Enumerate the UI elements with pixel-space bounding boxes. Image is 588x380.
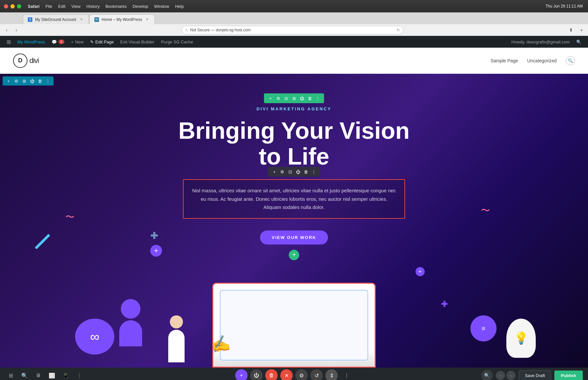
builder-tablet-icon[interactable]: ⬜: [46, 370, 57, 380]
decor-squiggle-right: 〜: [481, 204, 490, 217]
center-add-icon[interactable]: +: [235, 369, 248, 380]
close-button[interactable]: [4, 4, 8, 8]
decor-blue-line: [35, 234, 50, 249]
center-settings-icon[interactable]: ⚙: [295, 369, 308, 380]
row-layout-icon[interactable]: ⊟: [283, 95, 289, 102]
address-bar[interactable]: ⚠ Not Secure — donjetv.sg-host.com ↻: [181, 26, 403, 34]
center-trash-icon[interactable]: 🗑: [265, 369, 278, 380]
nav-sample-page[interactable]: Sample Page: [491, 58, 518, 63]
builder-search-icon[interactable]: 🔍: [19, 370, 30, 380]
howdy-label: Howdy, deezgrafix@gmail.com: [512, 40, 570, 44]
logo-text: divi: [29, 56, 39, 65]
menu-file[interactable]: File: [45, 4, 52, 9]
float-add-2[interactable]: +: [416, 267, 425, 276]
wp-logo-item[interactable]: ⊞: [3, 36, 14, 48]
new-item[interactable]: + New: [68, 36, 87, 48]
module-add-icon[interactable]: +: [271, 168, 278, 175]
center-close-icon[interactable]: ✕: [280, 369, 293, 380]
text-module[interactable]: + ⚙ ⊡ ⏻ 🗑 ⋮ Nisl massa, ultrices vitae o…: [183, 179, 405, 219]
section-settings-icon[interactable]: ⚙: [13, 78, 20, 84]
admin-search-item[interactable]: 🔍: [573, 36, 585, 48]
decor-bulb: 💡: [506, 319, 536, 358]
decor-chat-bubble: ∞: [75, 319, 114, 355]
new-icon: +: [71, 40, 74, 44]
menu-view[interactable]: View: [72, 4, 81, 9]
edit-page-item[interactable]: ✎ Edit Page: [87, 36, 117, 48]
builder-mobile-icon[interactable]: 📱: [60, 370, 71, 380]
menu-bookmarks[interactable]: Bookmarks: [106, 4, 127, 9]
minimize-button[interactable]: [10, 4, 15, 8]
save-draft-button[interactable]: Save Draft: [519, 370, 551, 380]
purge-label: Purge SG Cache: [161, 40, 193, 44]
menu-help[interactable]: Help: [175, 4, 184, 9]
module-toggle-icon[interactable]: ⏻: [295, 168, 301, 175]
builder-dots-icon[interactable]: ⋮: [74, 370, 85, 380]
row-toggle-icon[interactable]: ⏻: [299, 95, 305, 102]
tab-close-wordpress[interactable]: ✕: [145, 17, 150, 22]
section-toggle-icon[interactable]: ⏻: [29, 78, 35, 84]
traffic-lights[interactable]: [4, 4, 21, 8]
tab-label-siteground: My SiteGround Account: [35, 17, 76, 22]
row-more-icon[interactable]: ⋮: [314, 95, 321, 102]
lock-icon: ⚠: [185, 28, 188, 32]
tab-siteground[interactable]: S My SiteGround Account ✕: [23, 14, 89, 24]
share-icon[interactable]: ⬆: [567, 26, 575, 34]
menu-safari[interactable]: Safari: [28, 4, 40, 9]
site-name-item[interactable]: My WordPress: [14, 36, 48, 48]
builder-layers-icon[interactable]: ⊞: [5, 370, 16, 380]
exit-vb-label: Exit Visual Builder: [120, 40, 155, 44]
module-delete-icon[interactable]: 🗑: [302, 168, 309, 175]
section-add-icon[interactable]: +: [5, 78, 12, 84]
row-delete-icon[interactable]: 🗑: [306, 95, 313, 102]
menu-edit[interactable]: Edit: [58, 4, 65, 9]
module-more-icon[interactable]: ⋮: [310, 168, 317, 175]
logo-letter: D: [18, 57, 23, 64]
forward-button[interactable]: ›: [12, 26, 20, 34]
back-button[interactable]: ‹: [3, 26, 10, 34]
module-settings-icon[interactable]: ⚙: [279, 168, 286, 175]
section-more-icon[interactable]: ⋮: [44, 78, 51, 84]
row-cols-icon[interactable]: ⊞: [291, 95, 297, 102]
menu-develop[interactable]: Develop: [133, 4, 148, 9]
menu-history[interactable]: History: [86, 4, 99, 9]
builder-bar-left: ⊞ 🔍 🖥 ⬜ 📱 ⋮: [5, 370, 85, 380]
add-module-circle[interactable]: +: [289, 250, 299, 260]
right-search-btn[interactable]: 🔍: [482, 370, 493, 380]
tab-close-siteground[interactable]: ✕: [79, 17, 84, 22]
float-add-1[interactable]: +: [150, 245, 162, 257]
builder-desktop-icon[interactable]: 🖥: [33, 370, 44, 380]
row-add-icon[interactable]: +: [267, 95, 274, 102]
divi-logo[interactable]: D divi: [13, 54, 39, 68]
section-controls[interactable]: + ⚙ ⊞ ⏻ 🗑 ⋮: [3, 76, 54, 86]
nav-forward-arrow[interactable]: →: [506, 371, 515, 380]
nav-search-button[interactable]: 🔍: [566, 56, 575, 65]
monitor-pen-icon: ✍: [209, 333, 232, 355]
mac-menu-bar: Safari File Edit View History Bookmarks …: [28, 4, 184, 9]
tab-wordpress[interactable]: W Home – My WordPress ✕: [90, 14, 155, 24]
center-undo-icon[interactable]: ↺: [310, 369, 323, 380]
builder-bar-right: 🔍 ← → Save Draft Publish: [482, 370, 583, 380]
module-copy-icon[interactable]: ⊡: [287, 168, 293, 175]
cta-button[interactable]: VIEW OUR WORK: [260, 230, 328, 245]
row-settings-icon[interactable]: ⚙: [275, 95, 282, 102]
refresh-icon[interactable]: ↻: [397, 28, 400, 32]
nav-back-arrow[interactable]: ←: [496, 371, 505, 380]
decor-small-plus-right: ✚: [441, 300, 448, 309]
section-delete-icon[interactable]: 🗑: [37, 78, 43, 84]
url-text: Not Secure — donjetv.sg-host.com: [190, 28, 251, 32]
maximize-button[interactable]: [17, 4, 21, 8]
center-adjust-icon[interactable]: ⇕: [325, 369, 338, 380]
center-separator: |: [340, 369, 353, 380]
comments-item[interactable]: 💬 0: [48, 36, 68, 48]
publish-button[interactable]: Publish: [554, 371, 583, 380]
section-layout-icon[interactable]: ⊞: [21, 78, 27, 84]
nav-uncategorized[interactable]: Uncategorized: [527, 58, 557, 63]
menu-window[interactable]: Window: [154, 4, 169, 9]
howdy-item[interactable]: Howdy, deezgrafix@gmail.com: [508, 36, 573, 48]
purge-cache-item[interactable]: Purge SG Cache: [158, 36, 196, 48]
module-controls-toolbar[interactable]: + ⚙ ⊡ ⏻ 🗑 ⋮: [268, 167, 320, 177]
center-power-icon[interactable]: ⏻: [250, 369, 263, 380]
row-controls[interactable]: + ⚙ ⊟ ⊞ ⏻ 🗑 ⋮: [264, 93, 324, 103]
exit-vb-item[interactable]: Exit Visual Builder: [117, 36, 158, 48]
add-tab-icon[interactable]: +: [578, 26, 585, 34]
